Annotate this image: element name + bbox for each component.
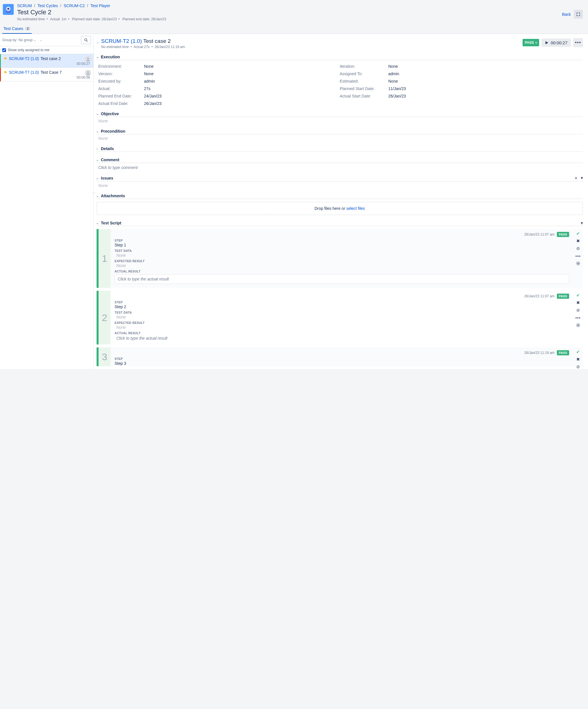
step-actions: ✔ ✖ ⊘ •••: [573, 291, 583, 344]
svg-line-4: [87, 41, 87, 42]
step-name: Step 2: [115, 305, 569, 309]
assigned-to-me-checkbox[interactable]: [2, 48, 6, 52]
chevron-down-icon: ⌵: [96, 221, 100, 225]
svg-point-7: [578, 263, 579, 264]
actual-result-input[interactable]: Click to type the actual result: [115, 274, 569, 284]
chevron-down-icon: ⌵: [96, 55, 100, 59]
fail-icon[interactable]: ✖: [576, 239, 580, 243]
play-icon: [545, 41, 549, 45]
tab-test-cases[interactable]: Test Cases 2: [2, 24, 32, 34]
step-actions: ✔ ✖ ⊘ •••: [573, 229, 583, 288]
resize-handle[interactable]: ⋮: [92, 191, 96, 195]
step-status-badge[interactable]: PASS: [557, 232, 569, 237]
test-case-item[interactable]: ⚑ SCRUM-T7 (1.0) Test Case 7 00:00:56: [0, 68, 93, 81]
more-icon[interactable]: •••: [576, 254, 580, 258]
gear-icon[interactable]: [576, 261, 580, 266]
svg-point-5: [87, 58, 89, 59]
pass-icon[interactable]: ✔: [576, 231, 580, 236]
test-data-label: TEST DATA: [115, 311, 569, 314]
comment-input[interactable]: Click to type comment: [96, 163, 583, 170]
section-objective[interactable]: ⌵ Objective: [96, 111, 583, 117]
section-test-script[interactable]: ⌵ Test Script ▾: [96, 221, 583, 226]
expected-label: EXPECTED RESULT: [115, 321, 569, 324]
step-label: STEP: [115, 357, 569, 361]
expand-icon: [576, 12, 580, 16]
chevron-down-icon: ⌵: [96, 112, 100, 116]
case-meta: No estimated time • Actual 27s • 26/Jan/…: [101, 45, 520, 49]
group-by-dropdown[interactable]: Group by: No group ⌵ ⌵: [2, 38, 42, 42]
step-status-badge[interactable]: PASS: [557, 294, 569, 299]
more-icon: •••: [575, 40, 581, 46]
execution-grid: Environment:None Iteration:None Version:…: [96, 64, 583, 106]
tab-count-badge: 2: [25, 27, 31, 31]
more-icon[interactable]: •••: [576, 315, 580, 320]
chevron-down-icon: ⌵: [34, 38, 36, 42]
breadcrumb-item[interactable]: SCRUM-C2: [64, 3, 85, 8]
step-label: STEP: [115, 239, 569, 242]
precondition-value: None: [96, 134, 583, 141]
svg-point-2: [8, 8, 8, 9]
step-number: 3: [99, 347, 111, 366]
actual-label: ACTUAL RESULT: [115, 270, 569, 273]
back-link[interactable]: Back: [562, 12, 571, 17]
select-files-link[interactable]: select files: [346, 206, 365, 211]
expected-value: None: [116, 263, 569, 268]
svg-point-8: [578, 324, 579, 325]
test-step: 3 26/Jan/23 11:19 am PASS STEP Step 3 ✔ …: [96, 347, 583, 366]
issues-value: None: [96, 182, 583, 188]
attachment-dropzone[interactable]: Drop files here or select files: [96, 202, 583, 215]
test-case-timer: 00:00:27: [4, 62, 90, 66]
tabs-bar: Test Cases 2: [0, 24, 588, 34]
test-data-label: TEST DATA: [115, 249, 569, 253]
expand-button[interactable]: [574, 10, 583, 19]
chevron-down-icon: ⌵: [96, 158, 100, 162]
timer-button[interactable]: 00:00:27: [541, 38, 571, 47]
breadcrumb-item[interactable]: Test Player: [90, 3, 110, 8]
issue-menu-button[interactable]: ▾: [581, 176, 583, 181]
section-details[interactable]: › Details: [96, 147, 583, 152]
step-label: STEP: [115, 300, 569, 304]
flag-icon: ⚑: [4, 57, 7, 61]
step-name: Step 3: [115, 361, 569, 366]
add-issue-button[interactable]: ＋: [574, 176, 578, 181]
test-case-item[interactable]: ⚑ SCRUM-T2 (1.0) Test case 2 00:00:27: [0, 54, 93, 68]
objective-value: None: [96, 117, 583, 123]
step-timestamp: 26/Jan/23 11:07 am: [524, 294, 555, 298]
actual-label: ACTUAL RESULT: [115, 331, 569, 335]
breadcrumb-item[interactable]: SCRUM: [17, 3, 32, 8]
section-attachments[interactable]: ⌵ Attachments: [96, 193, 583, 199]
chevron-down-icon: ⌵: [40, 38, 42, 42]
test-step: 1 26/Jan/23 11:07 am PASS STEP Step 1 TE…: [96, 229, 583, 288]
block-icon[interactable]: ⊘: [576, 365, 580, 369]
chevron-right-icon: ›: [96, 147, 100, 150]
gear-icon[interactable]: [576, 323, 580, 327]
pass-icon[interactable]: ✔: [576, 350, 580, 354]
fail-icon[interactable]: ✖: [576, 357, 580, 362]
chevron-down-icon: ⌵: [96, 194, 100, 198]
section-execution[interactable]: ⌵ Execution: [96, 55, 583, 60]
actual-result-input[interactable]: Click to type the actual result: [116, 336, 569, 341]
pass-icon[interactable]: ✔: [576, 293, 580, 297]
fail-icon[interactable]: ✖: [576, 300, 580, 305]
step-number: 2: [99, 291, 111, 344]
section-issues[interactable]: ⌵ Issues ＋ ▾: [96, 176, 583, 182]
block-icon[interactable]: ⊘: [576, 308, 580, 313]
script-menu-button[interactable]: ▾: [581, 221, 583, 225]
chevron-down-icon: ⌵: [96, 176, 100, 180]
expected-value: None: [116, 325, 569, 330]
assignee-avatar: [85, 70, 91, 76]
breadcrumb-item[interactable]: Test Cycles: [37, 3, 58, 8]
test-data-value: None: [116, 315, 569, 319]
test-case-key: SCRUM-T7 (1.0): [9, 70, 39, 75]
assignee-avatar: [85, 56, 91, 62]
block-icon[interactable]: ⊘: [576, 246, 580, 251]
test-data-value: None: [116, 253, 569, 258]
step-status-badge[interactable]: PASS: [557, 350, 569, 356]
section-comment[interactable]: ⌵ Comment: [96, 158, 583, 163]
search-button[interactable]: [81, 36, 91, 44]
section-precondition[interactable]: ⌵ Precondition: [96, 129, 583, 134]
more-menu-button[interactable]: •••: [573, 38, 583, 47]
step-actions: ✔ ✖ ⊘: [573, 347, 583, 366]
status-dropdown[interactable]: PASS▾: [523, 39, 539, 46]
collapse-toggle[interactable]: ⌵: [96, 38, 99, 44]
